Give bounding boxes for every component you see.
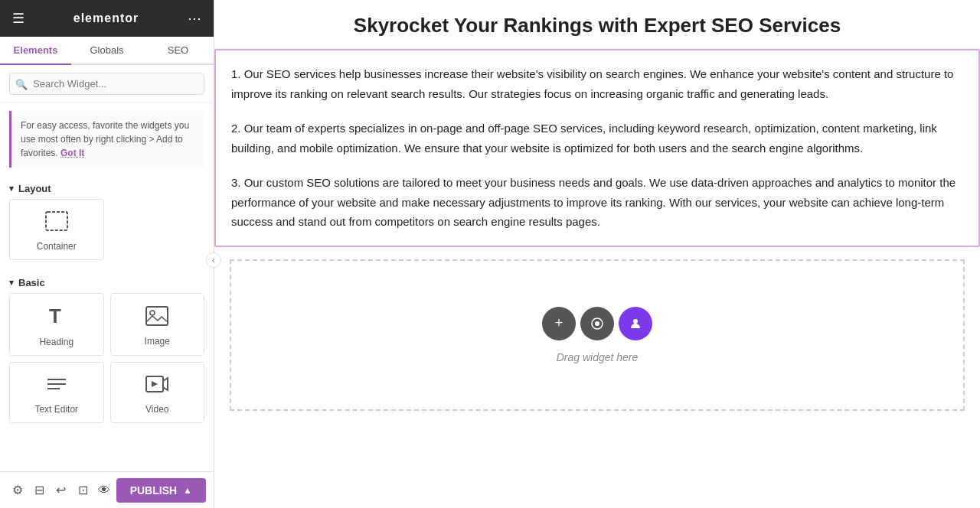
responsive-icon[interactable]: ⊡ bbox=[73, 477, 93, 504]
basic-widget-grid: T Heading Image bbox=[0, 293, 214, 432]
container-icon bbox=[44, 210, 69, 236]
widget-container[interactable]: Container bbox=[9, 199, 104, 260]
got-it-link[interactable]: Got It bbox=[60, 148, 84, 158]
widget-heading[interactable]: T Heading bbox=[9, 293, 104, 356]
layout-widget-grid: Container bbox=[0, 199, 214, 269]
image-label: Image bbox=[145, 336, 170, 347]
add-widget-button[interactable]: + bbox=[542, 307, 576, 340]
publish-chevron-icon: ▲ bbox=[183, 485, 192, 496]
paragraph-2: 2. Our team of experts specializes in on… bbox=[231, 119, 963, 158]
menu-icon[interactable]: ☰ bbox=[12, 10, 24, 27]
widget-image[interactable]: Image bbox=[110, 293, 205, 356]
video-icon bbox=[145, 373, 169, 399]
bottom-bar: ⚙ ⊟ ↩ ⊡ 👁 PUBLISH ▲ bbox=[0, 471, 214, 508]
layout-button[interactable] bbox=[580, 307, 614, 340]
history-icon[interactable]: ↩ bbox=[51, 477, 71, 504]
publish-label: PUBLISH bbox=[130, 484, 177, 497]
paragraph-3: 3. Our custom SEO solutions are tailored… bbox=[231, 173, 963, 232]
tab-elements[interactable]: Elements bbox=[0, 37, 71, 65]
widget-text-editor[interactable]: Text Editor bbox=[9, 362, 104, 423]
preview-icon[interactable]: 👁 bbox=[94, 477, 114, 504]
layers-icon[interactable]: ⊟ bbox=[29, 477, 49, 504]
search-area: 🔍 bbox=[0, 65, 214, 103]
tab-seo[interactable]: SEO bbox=[142, 37, 214, 65]
drop-zone-buttons: + bbox=[542, 307, 652, 340]
sidebar: ☰ elementor ⋯ Elements Globals SEO 🔍 For… bbox=[0, 0, 214, 508]
layout-label: Layout bbox=[18, 183, 51, 194]
apps-icon[interactable]: ⋯ bbox=[188, 10, 201, 27]
content-area: 1. Our SEO services help businesses incr… bbox=[214, 49, 980, 508]
heading-label: Heading bbox=[39, 337, 74, 347]
tip-box: For easy access, favorite the widgets yo… bbox=[9, 111, 204, 168]
tab-globals[interactable]: Globals bbox=[71, 37, 142, 65]
svg-rect-0 bbox=[46, 212, 67, 230]
person-button[interactable] bbox=[619, 307, 652, 340]
sidebar-tabs: Elements Globals SEO bbox=[0, 37, 214, 65]
layout-section-title: ▾ Layout bbox=[0, 175, 214, 199]
svg-point-3 bbox=[150, 311, 155, 315]
heading-icon: T bbox=[45, 304, 68, 332]
drop-zone-label: Drag widget here bbox=[557, 351, 639, 363]
video-label: Video bbox=[145, 404, 168, 415]
svg-rect-2 bbox=[146, 307, 168, 325]
svg-text:T: T bbox=[49, 304, 61, 327]
svg-point-10 bbox=[595, 321, 599, 326]
main-content: Skyrocket Your Rankings with Expert SEO … bbox=[214, 0, 980, 508]
search-icon: 🔍 bbox=[15, 78, 28, 90]
settings-icon[interactable]: ⚙ bbox=[8, 477, 28, 504]
tip-text: For easy access, favorite the widgets yo… bbox=[21, 120, 189, 158]
sidebar-collapse-arrow[interactable]: ‹ bbox=[206, 252, 221, 268]
image-icon bbox=[145, 305, 169, 331]
widget-video[interactable]: Video bbox=[110, 362, 205, 423]
text-block[interactable]: 1. Our SEO services help businesses incr… bbox=[214, 49, 980, 247]
text-editor-label: Text Editor bbox=[34, 404, 78, 415]
layout-chevron-icon: ▾ bbox=[9, 184, 14, 194]
basic-label: Basic bbox=[18, 277, 45, 288]
app-title: elementor bbox=[74, 11, 139, 25]
basic-chevron-icon: ▾ bbox=[9, 278, 14, 288]
search-input[interactable] bbox=[9, 73, 204, 95]
container-label: Container bbox=[37, 241, 77, 252]
publish-button[interactable]: PUBLISH ▲ bbox=[116, 478, 206, 503]
page-title: Skyrocket Your Rankings with Expert SEO … bbox=[230, 14, 965, 37]
basic-section-title: ▾ Basic bbox=[0, 269, 214, 293]
paragraph-1: 1. Our SEO services help businesses incr… bbox=[231, 64, 963, 103]
sidebar-header: ☰ elementor ⋯ bbox=[0, 0, 214, 37]
drop-zone[interactable]: + Drag widget here bbox=[230, 259, 965, 411]
svg-marker-8 bbox=[152, 381, 158, 387]
svg-point-11 bbox=[633, 319, 638, 324]
page-title-bar: Skyrocket Your Rankings with Expert SEO … bbox=[214, 0, 980, 49]
text-editor-icon bbox=[44, 373, 69, 399]
